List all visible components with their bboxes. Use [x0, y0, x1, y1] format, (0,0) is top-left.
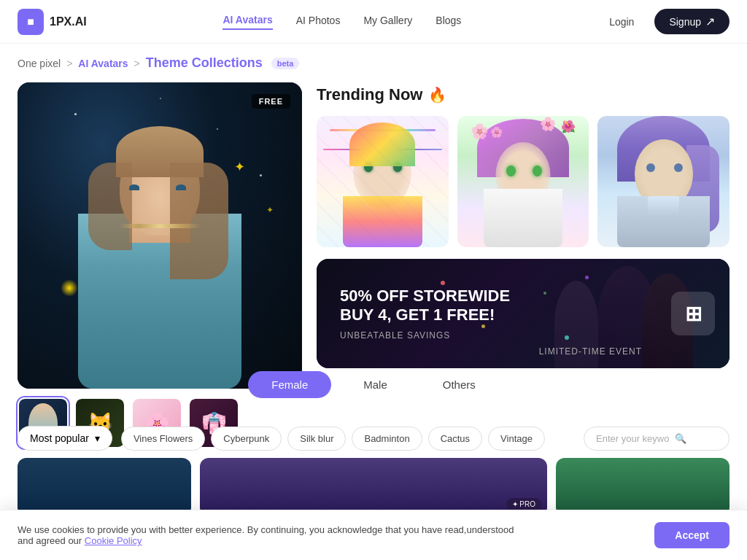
login-button[interactable]: Login — [597, 10, 646, 34]
bottom-card-1[interactable] — [18, 458, 191, 516]
pill-4[interactable]: Cactus — [428, 427, 482, 451]
cookie-policy-link[interactable]: Cookie Policy — [85, 535, 142, 546]
cookie-accept-button[interactable]: Accept — [654, 522, 729, 548]
hero-image: ✦ ✦ FREE — [18, 82, 302, 389]
trending-grid: 🌸 🌺 🌸 🌸 — [317, 116, 729, 247]
beta-badge: beta — [271, 58, 300, 69]
breadcrumb: One pixel > AI Avatars > Theme Collectio… — [0, 44, 747, 82]
signup-button[interactable]: Signup ↗ — [654, 9, 729, 34]
breadcrumb-theme: Theme Collections — [146, 55, 263, 71]
search-placeholder: Enter your keywo — [596, 433, 669, 444]
promo-right-text: LIMITED-TIME EVENT — [539, 346, 642, 357]
bottom-card-3[interactable] — [556, 458, 729, 516]
breadcrumb-ai-avatars[interactable]: AI Avatars — [78, 58, 128, 69]
main-nav: AI Avatars AI Photos My Gallery Blogs — [222, 14, 461, 30]
nav-my-gallery[interactable]: My Gallery — [363, 15, 412, 29]
fire-icon: 🔥 — [428, 86, 446, 104]
promo-sub: UNBEATABLE SAVINGS — [340, 330, 510, 341]
sort-chevron-icon: ▾ — [95, 432, 100, 444]
breadcrumb-home[interactable]: One pixel — [18, 58, 61, 69]
nav-ai-photos[interactable]: AI Photos — [296, 15, 341, 29]
logo[interactable]: ■ 1PX.AI — [18, 9, 87, 35]
bottom-card-2[interactable]: ✦ PRO — [200, 458, 547, 516]
promo-text: 50% OFF STOREWIDE BUY 4, GET 1 FREE! UNB… — [340, 287, 510, 341]
promo-logo-badge: ⊞ — [671, 292, 715, 335]
search-box[interactable]: Enter your keywo 🔍 — [584, 427, 729, 451]
bottom-cards-row: ✦ PRO — [18, 458, 729, 516]
filter-female-button[interactable]: Female — [248, 371, 331, 398]
promo-line1: 50% OFF STOREWIDE — [340, 287, 510, 306]
signup-arrow-icon: ↗ — [705, 15, 715, 28]
trend-card-3[interactable] — [597, 116, 729, 247]
filter-pills: Vines Flowers Cyberpunk Silk blur Badmin… — [121, 427, 575, 451]
pill-2[interactable]: Silk blur — [287, 427, 346, 451]
breadcrumb-sep1: > — [66, 58, 72, 69]
logo-text: 1PX.AI — [50, 15, 87, 28]
trending-header: Trending Now 🔥 — [317, 85, 729, 104]
free-badge: FREE — [252, 94, 290, 109]
pill-1[interactable]: Cyberpunk — [211, 427, 282, 451]
cookie-banner: We use cookies to provide you with bette… — [0, 510, 747, 560]
filter-bar: Female Male Others — [0, 362, 747, 407]
pill-5[interactable]: Vintage — [488, 427, 545, 451]
trending-title: Trending Now — [317, 85, 422, 104]
trend-card-1[interactable] — [317, 116, 449, 247]
promo-banner[interactable]: 50% OFF STOREWIDE BUY 4, GET 1 FREE! UNB… — [317, 259, 729, 368]
filter-male-button[interactable]: Male — [340, 371, 411, 398]
search-icon: 🔍 — [675, 433, 686, 444]
controls-row: Most popular ▾ Vines Flowers Cyberpunk S… — [18, 426, 729, 451]
trend-card-2[interactable]: 🌸 🌺 🌸 🌸 — [457, 116, 589, 247]
pill-3[interactable]: Badminton — [352, 427, 422, 451]
promo-line2: BUY 4, GET 1 FREE! — [340, 306, 510, 324]
sort-dropdown[interactable]: Most popular ▾ — [18, 426, 112, 451]
cookie-text: We use cookies to provide you with bette… — [18, 524, 528, 546]
logo-icon: ■ — [18, 9, 44, 35]
header: ■ 1PX.AI AI Avatars AI Photos My Gallery… — [0, 0, 747, 44]
filter-others-button[interactable]: Others — [419, 371, 499, 398]
sort-label: Most popular — [30, 432, 89, 444]
breadcrumb-sep2: > — [134, 58, 140, 69]
nav-blogs[interactable]: Blogs — [436, 15, 461, 29]
nav-ai-avatars[interactable]: AI Avatars — [222, 14, 272, 30]
pill-0[interactable]: Vines Flowers — [121, 427, 205, 451]
header-actions: Login Signup ↗ — [597, 9, 729, 34]
